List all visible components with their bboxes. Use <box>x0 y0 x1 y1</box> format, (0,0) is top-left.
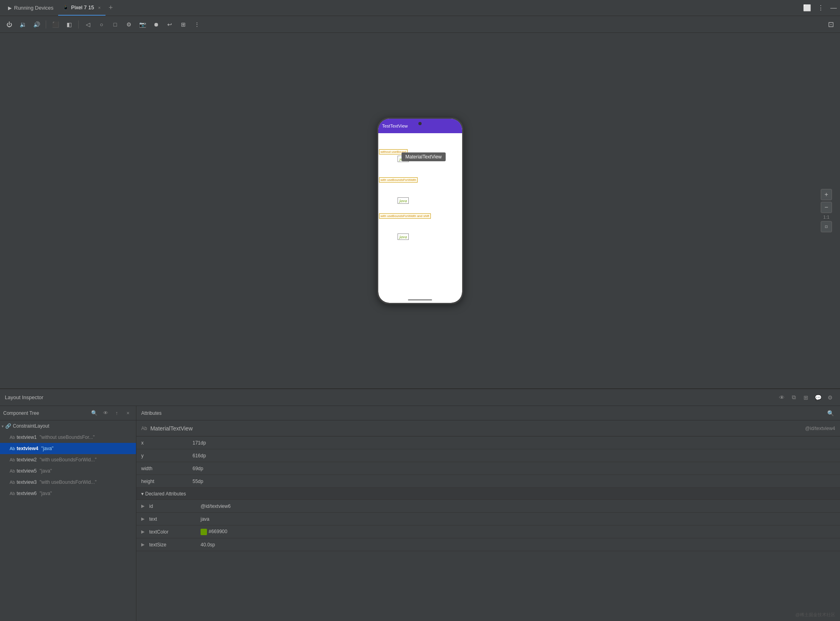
attributes-header: Attributes 🔍 <box>136 406 840 420</box>
screenshot-overlay-button[interactable]: ⊡ <box>825 18 837 30</box>
zoom-in-button[interactable]: + <box>821 189 832 200</box>
app-bar: TestTextView <box>378 119 462 133</box>
tv5-ab-icon: Ab <box>10 469 15 473</box>
attr-component-id: @id/textview4 <box>805 426 835 431</box>
attr-x-key: x <box>141 440 189 446</box>
volume-down-button[interactable]: 🔉 <box>17 18 29 30</box>
attr-width-key: width <box>141 466 189 471</box>
eye-header-button[interactable]: 👁 <box>777 392 787 403</box>
attr-text-row[interactable]: ▶ text java <box>136 513 840 526</box>
tree-item-textview2[interactable]: Ab textview2 "with useBoundsForWid..." <box>0 454 136 465</box>
add-tab-button[interactable]: + <box>106 4 116 12</box>
tree-item-textview3[interactable]: Ab textview3 "with useBoundsForWid..." <box>0 477 136 488</box>
tv3-java: java <box>398 233 409 240</box>
zoom-controls: + − 1:1 ⊡ <box>821 189 832 232</box>
component-tree: Component Tree 🔍 👁 ↑ × ▾ 🔗 ConstraintLay… <box>0 406 136 621</box>
tv6-ab-icon: Ab <box>10 491 15 496</box>
attr-textcolor-value: #669900 <box>201 529 835 535</box>
window-minimize-icon[interactable]: — <box>830 4 837 12</box>
attr-ab-label: Ab <box>141 426 147 431</box>
tv2-name: textview2 <box>16 457 37 463</box>
tree-items: ▾ 🔗 ConstraintLayout Ab textview1 "witho… <box>0 420 136 621</box>
separator1 <box>46 20 46 28</box>
tv2-java: java <box>398 197 409 204</box>
running-devices-tab[interactable]: ▶ Running Devices <box>3 0 58 16</box>
record-button[interactable]: ⏺ <box>150 18 162 30</box>
attr-width-row[interactable]: width 69dp <box>136 462 840 475</box>
tree-root-item[interactable]: ▾ 🔗 ConstraintLayout <box>0 420 136 432</box>
attr-rows: x 171dp y 616dp width 69dp height 55dp <box>136 436 840 621</box>
tv1-java: java <box>398 156 409 162</box>
virtual-button[interactable]: ⊞ <box>177 18 189 30</box>
attr-textcolor-row[interactable]: ▶ textColor #669900 <box>136 526 840 538</box>
volume-up-button[interactable]: 🔊 <box>30 18 43 30</box>
settings-button[interactable]: ⚙ <box>123 18 135 30</box>
screenshot-button[interactable]: 📷 <box>136 18 148 30</box>
tv4-ab-icon: Ab <box>10 446 15 451</box>
textcolor-swatch <box>201 529 207 535</box>
attr-y-row[interactable]: y 616dp <box>136 449 840 462</box>
declared-section-chevron: ▾ <box>141 491 144 497</box>
attr-component-label: MaterialTextView <box>150 425 193 432</box>
root-label: ConstraintLayout <box>13 423 49 429</box>
tv1-label: without useBound <box>379 149 408 154</box>
window-controls: ⬜ ⋮ — <box>803 4 837 12</box>
attr-component-name-row: Ab MaterialTextView @id/textview4 <box>136 420 840 436</box>
tree-item-textview4[interactable]: Ab textview4 "java" <box>0 443 136 454</box>
tree-close-button[interactable]: × <box>123 408 133 418</box>
comment-header-button[interactable]: 💬 <box>813 392 823 403</box>
tv1-value: "without useBoundsFor..." <box>39 434 95 440</box>
tv2-label: with useBoundsForWidth <box>379 177 418 183</box>
tree-item-textview5[interactable]: Ab textview5 "java" <box>0 465 136 477</box>
settings-header-button[interactable]: ⚙ <box>825 392 835 403</box>
zoom-fit-button[interactable]: ⊡ <box>821 221 832 232</box>
attr-x-row[interactable]: x 171dp <box>136 436 840 449</box>
watermark: @稀土掘金技术社区 <box>795 612 835 618</box>
root-chain-icon: 🔗 <box>5 423 11 429</box>
tv4-value: "java" <box>40 446 54 451</box>
attr-height-row[interactable]: height 55dp <box>136 475 840 488</box>
device-tab-icon: 📱 <box>63 5 69 10</box>
tv1-name: textview1 <box>16 434 37 440</box>
phone-frame: TestTextView without useBound java Mater… <box>377 118 463 304</box>
overview-button[interactable]: □ <box>109 18 121 30</box>
zoom-out-button[interactable]: − <box>821 202 832 213</box>
layout-inspect-button[interactable]: ◧ <box>63 18 75 30</box>
running-devices-label: Running Devices <box>14 5 53 11</box>
window-menu-icon[interactable]: ⋮ <box>818 4 824 12</box>
undo-button[interactable]: ↩ <box>164 18 176 30</box>
layout-toggle-button[interactable]: ⬛ <box>49 18 61 30</box>
tree-item-textview6[interactable]: Ab textview6 "java" <box>0 488 136 499</box>
window-restore-icon[interactable]: ⬜ <box>803 4 811 12</box>
home-button[interactable]: ○ <box>95 18 108 30</box>
separator2 <box>78 20 79 28</box>
attr-height-value: 55dp <box>193 479 835 484</box>
tree-search-button[interactable]: 🔍 <box>89 408 99 418</box>
running-devices-icon: ▶ <box>8 5 12 11</box>
tv3-label: with useBoundsForWidth and shift <box>379 213 431 219</box>
attr-id-row[interactable]: ▶ id @id/textview6 <box>136 500 840 513</box>
back-button[interactable]: ◁ <box>82 18 94 30</box>
tree-up-button[interactable]: ↑ <box>112 408 122 418</box>
pixel7-tab[interactable]: 📱 Pixel 7 15 × <box>58 0 106 16</box>
attr-textsize-row[interactable]: ▶ textSize 40.0sp <box>136 538 840 551</box>
main-toolbar: ⏻ 🔉 🔊 ⬛ ◧ ◁ ○ □ ⚙ 📷 ⏺ ↩ ⊞ ⋮ ⊡ <box>0 16 840 33</box>
more-options-button[interactable]: ⋮ <box>191 18 203 30</box>
tree-item-textview1[interactable]: Ab textview1 "without useBoundsFor..." <box>0 432 136 443</box>
power-button[interactable]: ⏻ <box>3 18 15 30</box>
pixel7-tab-label: Pixel 7 15 <box>71 4 94 10</box>
grid-header-button[interactable]: ⊞ <box>801 392 811 403</box>
tab-close-button[interactable]: × <box>98 5 100 10</box>
tree-eye-button[interactable]: 👁 <box>101 408 110 418</box>
layout-inspector-title: Layout Inspector <box>5 394 43 400</box>
attributes-panel: Attributes 🔍 Ab MaterialTextView @id/tex… <box>136 406 840 621</box>
attributes-search-button[interactable]: 🔍 <box>826 408 835 418</box>
phone-screen[interactable]: TestTextView without useBound java Mater… <box>378 119 462 303</box>
device-preview-area: TestTextView without useBound java Mater… <box>0 33 840 388</box>
component-tree-header: Component Tree 🔍 👁 ↑ × <box>0 406 136 420</box>
bottom-panel: Layout Inspector 👁 ⧉ ⊞ 💬 ⚙ Component Tre… <box>0 388 840 621</box>
declared-attrs-section[interactable]: ▾ Declared Attributes <box>136 488 840 500</box>
3d-header-button[interactable]: ⧉ <box>789 392 799 403</box>
tv3-ab-icon: Ab <box>10 480 15 485</box>
attr-textcolor-key: textColor <box>149 529 197 535</box>
